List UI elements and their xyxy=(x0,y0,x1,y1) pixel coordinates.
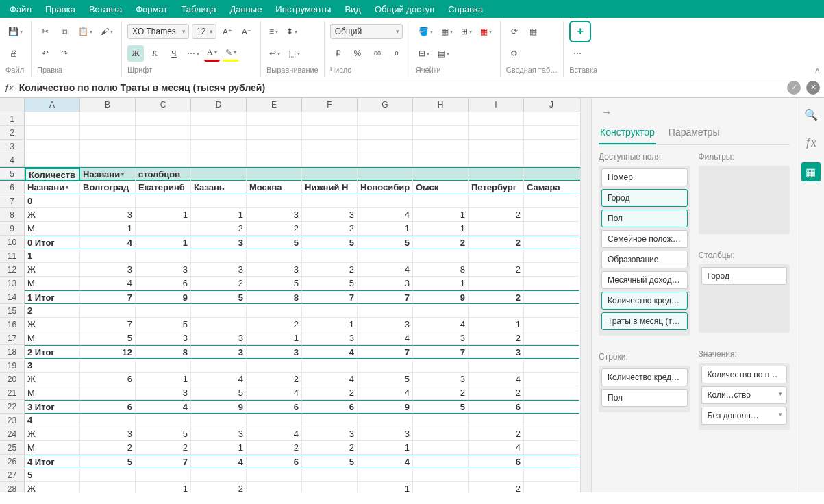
cell[interactable] xyxy=(191,168,247,181)
cell[interactable]: 1 xyxy=(191,208,247,222)
menu-Вид[interactable]: Вид xyxy=(338,1,368,18)
cell[interactable]: 5 xyxy=(80,331,136,345)
cell[interactable]: 3 xyxy=(358,318,413,331)
menu-Таблица[interactable]: Таблица xyxy=(174,1,223,18)
cell[interactable] xyxy=(191,468,247,482)
side-fx-icon[interactable]: ƒх xyxy=(801,134,821,153)
cell[interactable] xyxy=(302,304,358,318)
pivot-settings-button[interactable] xyxy=(506,45,523,62)
field-chip[interactable]: Месячный доход… xyxy=(601,271,688,289)
cell[interactable]: 3 xyxy=(247,345,302,359)
cell[interactable]: 2 xyxy=(469,427,524,441)
cell[interactable]: 5 xyxy=(80,455,136,468)
spreadsheet-grid[interactable]: ABCDEFGHIJ 12345КоличествНазванистолбцов… xyxy=(0,98,580,492)
cell[interactable] xyxy=(524,194,579,208)
cell[interactable] xyxy=(524,290,579,304)
cell[interactable]: 1 xyxy=(136,208,191,222)
col-header-F[interactable]: F xyxy=(302,98,358,112)
row-header[interactable]: 18 xyxy=(0,345,25,359)
cell[interactable]: 3 xyxy=(191,345,247,359)
cell[interactable]: 1 xyxy=(413,208,469,222)
cell[interactable] xyxy=(469,126,524,140)
cell[interactable] xyxy=(469,359,524,373)
cell[interactable] xyxy=(413,455,469,468)
cell[interactable]: Омск xyxy=(413,181,469,194)
cell[interactable] xyxy=(302,359,358,373)
cell[interactable] xyxy=(358,249,413,263)
cell[interactable] xyxy=(25,153,80,167)
col-header-A[interactable]: A xyxy=(25,98,80,112)
cell[interactable] xyxy=(191,140,247,153)
cell[interactable]: Ж xyxy=(25,318,80,331)
cell[interactable]: 4 xyxy=(358,455,413,468)
cell[interactable]: 4 xyxy=(80,236,136,249)
row-header[interactable]: 25 xyxy=(0,441,25,455)
cell[interactable]: 4 xyxy=(247,427,302,441)
cell[interactable]: 5 xyxy=(136,318,191,331)
cell[interactable]: 7 xyxy=(358,345,413,359)
cell[interactable]: 1 xyxy=(358,441,413,455)
cell[interactable] xyxy=(80,112,136,126)
cell[interactable] xyxy=(524,427,579,441)
menu-Правка[interactable]: Правка xyxy=(38,1,82,18)
cell[interactable]: 2 xyxy=(302,441,358,455)
cell[interactable] xyxy=(413,441,469,455)
row-header[interactable]: 10 xyxy=(0,236,25,249)
cell[interactable]: 5 xyxy=(247,236,302,249)
cell[interactable]: 2 xyxy=(80,441,136,455)
cell[interactable] xyxy=(358,304,413,318)
cell[interactable]: 6 xyxy=(80,400,136,414)
cell[interactable] xyxy=(469,304,524,318)
cell[interactable]: 1 xyxy=(413,222,469,236)
cell[interactable] xyxy=(247,126,302,140)
cell[interactable] xyxy=(302,126,358,140)
cell[interactable] xyxy=(80,359,136,373)
dec-decimal-button[interactable] xyxy=(388,45,404,62)
cell[interactable]: 1 xyxy=(136,482,191,492)
cell[interactable] xyxy=(469,153,524,167)
cell[interactable] xyxy=(524,236,579,249)
h-align-button[interactable] xyxy=(266,23,281,40)
cell[interactable] xyxy=(413,482,469,492)
cell[interactable] xyxy=(302,168,358,181)
cell[interactable]: Нижний Н xyxy=(302,181,358,194)
row-header[interactable]: 7 xyxy=(0,194,25,208)
wrap-text-button[interactable] xyxy=(266,45,283,62)
cell[interactable] xyxy=(191,112,247,126)
row-header[interactable]: 26 xyxy=(0,455,25,468)
cell-format-button[interactable] xyxy=(477,23,495,40)
cell[interactable] xyxy=(524,468,579,482)
cell[interactable]: Ж xyxy=(25,427,80,441)
cell[interactable]: 3 xyxy=(191,331,247,345)
cell[interactable] xyxy=(247,153,302,167)
cell[interactable]: 1 xyxy=(136,236,191,249)
pivot-button[interactable] xyxy=(525,23,542,40)
currency-button[interactable] xyxy=(330,45,347,62)
field-chip[interactable]: Коли…ство xyxy=(701,386,788,404)
cell[interactable]: 3 xyxy=(25,359,80,373)
cell[interactable]: М xyxy=(25,386,80,400)
cell[interactable] xyxy=(191,249,247,263)
paste-button[interactable] xyxy=(75,23,95,40)
cell[interactable] xyxy=(413,140,469,153)
cell[interactable] xyxy=(524,482,579,492)
cell[interactable] xyxy=(524,359,579,373)
delete-cells-button[interactable] xyxy=(416,45,432,62)
increase-font-button[interactable] xyxy=(219,23,236,40)
cell[interactable]: 5 xyxy=(413,400,469,414)
cell[interactable] xyxy=(358,168,413,181)
cell[interactable] xyxy=(469,414,524,427)
cell[interactable] xyxy=(191,194,247,208)
field-chip[interactable]: Пол xyxy=(601,389,688,407)
cell[interactable] xyxy=(524,331,579,345)
cell[interactable]: 7 xyxy=(302,290,358,304)
cell[interactable]: 2 xyxy=(302,263,358,277)
undo-button[interactable] xyxy=(37,45,53,62)
row-header[interactable]: 9 xyxy=(0,222,25,236)
cell[interactable]: Москва xyxy=(247,181,302,194)
cell[interactable]: 1 xyxy=(469,318,524,331)
field-chip[interactable]: Траты в месяц (т… xyxy=(601,312,688,330)
cell[interactable]: 4 xyxy=(358,331,413,345)
cell[interactable] xyxy=(469,168,524,181)
cell[interactable] xyxy=(524,126,579,140)
